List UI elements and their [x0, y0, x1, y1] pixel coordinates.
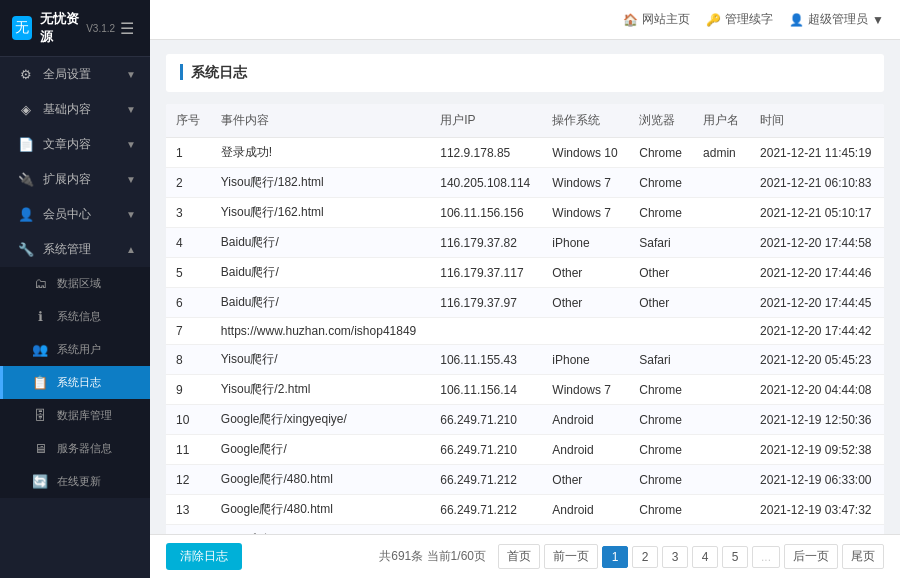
cell-4: Chrome: [629, 138, 693, 168]
page-5-button[interactable]: 5: [722, 546, 748, 568]
cell-3: Other: [542, 465, 629, 495]
page-1-button[interactable]: 1: [602, 546, 628, 568]
cell-5: [693, 495, 750, 525]
cell-4: Other: [629, 288, 693, 318]
cell-2: 140.205.108.114: [430, 168, 542, 198]
system-submenu: 🗂 数据区域 ℹ 系统信息 👥 系统用户 📋 系统日志 🗄 数据库管理 🖥: [0, 267, 150, 498]
cell-5: [693, 168, 750, 198]
col-os: 操作系统: [542, 104, 629, 138]
cell-6: 2021-12-21 06:10:83: [750, 168, 884, 198]
sidebar-label: 系统日志: [57, 375, 136, 390]
bottom-bar: 清除日志 共691条 当前1/60页 首页 前一页 1 2 3 4 5 ... …: [150, 534, 900, 578]
sidebar-label: 系统信息: [57, 309, 136, 324]
sidebar-item-basic-content[interactable]: ◈ 基础内容 ▼: [0, 92, 150, 127]
cell-1: Yisou爬行/25.html: [211, 525, 430, 535]
prev-page-button[interactable]: 前一页: [544, 544, 598, 569]
cell-0: 8: [166, 345, 211, 375]
sidebar-item-system-info[interactable]: ℹ 系统信息: [0, 300, 150, 333]
cell-0: 14: [166, 525, 211, 535]
recycle-icon: 🗄: [31, 408, 49, 423]
topbar-user[interactable]: 👤 超级管理员 ▼: [789, 11, 884, 28]
table-body: 1登录成功!112.9.178.85Windows 10Chromeadmin2…: [166, 138, 884, 535]
online-update-icon: 🔄: [31, 474, 49, 489]
cell-1: Google爬行/480.html: [211, 465, 430, 495]
cell-6: 2021-12-19 03:47:32: [750, 495, 884, 525]
sidebar-toggle[interactable]: ☰: [115, 14, 138, 42]
cell-5: [693, 288, 750, 318]
cell-5: [693, 198, 750, 228]
page-4-button[interactable]: 4: [692, 546, 718, 568]
page-ellipsis: ...: [752, 546, 780, 568]
cell-1: https://www.huzhan.com/ishop41849: [211, 318, 430, 345]
table-row: 13Google爬行/480.html66.249.71.212AndroidC…: [166, 495, 884, 525]
topbar-manage[interactable]: 🔑 管理续字: [706, 11, 773, 28]
sidebar-item-extend[interactable]: 🔌 扩展内容 ▼: [0, 162, 150, 197]
table-row: 6Baidu爬行/116.179.37.97OtherOther2021-12-…: [166, 288, 884, 318]
cell-3: Windows 7: [542, 375, 629, 405]
cell-6: 2021-12-19 05:37:06: [750, 525, 884, 535]
cell-6: 2021-12-20 17:44:58: [750, 228, 884, 258]
cell-1: Google爬行/480.html: [211, 495, 430, 525]
main-content: 🏠 网站主页 🔑 管理续字 👤 超级管理员 ▼ 系统日志 序号 事件内容 用户I…: [150, 0, 900, 578]
logo-icon: 无: [12, 16, 32, 40]
cell-0: 5: [166, 258, 211, 288]
cell-3: Windows 10: [542, 138, 629, 168]
page-3-button[interactable]: 3: [662, 546, 688, 568]
topbar-home-label: 网站主页: [642, 11, 690, 28]
pagination: 共691条 当前1/60页 首页 前一页 1 2 3 4 5 ... 后一页 尾…: [379, 544, 884, 569]
cell-6: 2021-12-20 17:44:45: [750, 288, 884, 318]
next-page-button[interactable]: 后一页: [784, 544, 838, 569]
sidebar-label: 会员中心: [43, 206, 126, 223]
cell-1: Yisou爬行/182.html: [211, 168, 430, 198]
sidebar-item-system[interactable]: 🔧 系统管理 ▲: [0, 232, 150, 267]
pagination-info: 共691条 当前1/60页: [379, 548, 486, 565]
sidebar-item-system-user[interactable]: 👥 系统用户: [0, 333, 150, 366]
sidebar-label: 系统用户: [57, 342, 136, 357]
cell-3: Android: [542, 405, 629, 435]
sidebar-label: 在线更新: [57, 474, 136, 489]
cell-6: 2021-12-20 17:44:46: [750, 258, 884, 288]
cell-0: 7: [166, 318, 211, 345]
first-page-button[interactable]: 首页: [498, 544, 540, 569]
table-row: 3Yisou爬行/162.html106.11.156.156Windows 7…: [166, 198, 884, 228]
last-page-button[interactable]: 尾页: [842, 544, 884, 569]
system-user-icon: 👥: [31, 342, 49, 357]
cell-5: admin: [693, 138, 750, 168]
col-id: 序号: [166, 104, 211, 138]
manage-icon: 🔑: [706, 13, 721, 27]
cell-1: Yisou爬行/2.html: [211, 375, 430, 405]
cell-1: Google爬行/xingyeqiye/: [211, 405, 430, 435]
table-row: 14Yisou爬行/25.html106.11.155.49Windows 7C…: [166, 525, 884, 535]
arrow-icon: ▼: [126, 139, 136, 150]
sidebar-item-data-area[interactable]: 🗂 数据区域: [0, 267, 150, 300]
sidebar-item-full-site[interactable]: ⚙ 全局设置 ▼: [0, 57, 150, 92]
sidebar-item-member[interactable]: 👤 会员中心 ▼: [0, 197, 150, 232]
cell-6: 2021-12-21 05:10:17: [750, 198, 884, 228]
page-2-button[interactable]: 2: [632, 546, 658, 568]
cell-6: 2021-12-21 11:45:19: [750, 138, 884, 168]
cell-5: [693, 435, 750, 465]
page-header: 系统日志: [166, 54, 884, 92]
cell-2: 112.9.178.85: [430, 138, 542, 168]
cell-5: [693, 228, 750, 258]
topbar-home[interactable]: 🏠 网站主页: [623, 11, 690, 28]
cell-4: Chrome: [629, 495, 693, 525]
sidebar-item-article[interactable]: 📄 文章内容 ▼: [0, 127, 150, 162]
data-area-icon: 🗂: [31, 276, 49, 291]
cell-2: 106.11.155.43: [430, 345, 542, 375]
arrow-icon: ▼: [126, 104, 136, 115]
arrow-icon: ▲: [126, 244, 136, 255]
cell-4: Chrome: [629, 198, 693, 228]
arrow-icon: ▼: [126, 69, 136, 80]
sidebar-item-server-info[interactable]: 🖥 服务器信息: [0, 432, 150, 465]
sidebar-item-online-update[interactable]: 🔄 在线更新: [0, 465, 150, 498]
system-info-icon: ℹ: [31, 309, 49, 324]
cell-3: Windows 7: [542, 198, 629, 228]
logo-text: 无忧资源: [40, 10, 83, 46]
log-table-wrap: 序号 事件内容 用户IP 操作系统 浏览器 用户名 时间 1登录成功!112.9…: [166, 104, 884, 534]
cell-6: 2021-12-20 05:45:23: [750, 345, 884, 375]
sidebar-item-recycle[interactable]: 🗄 数据库管理: [0, 399, 150, 432]
clear-log-button[interactable]: 清除日志: [166, 543, 242, 570]
cell-6: 2021-12-20 04:44:08: [750, 375, 884, 405]
sidebar-item-system-log[interactable]: 📋 系统日志: [0, 366, 150, 399]
